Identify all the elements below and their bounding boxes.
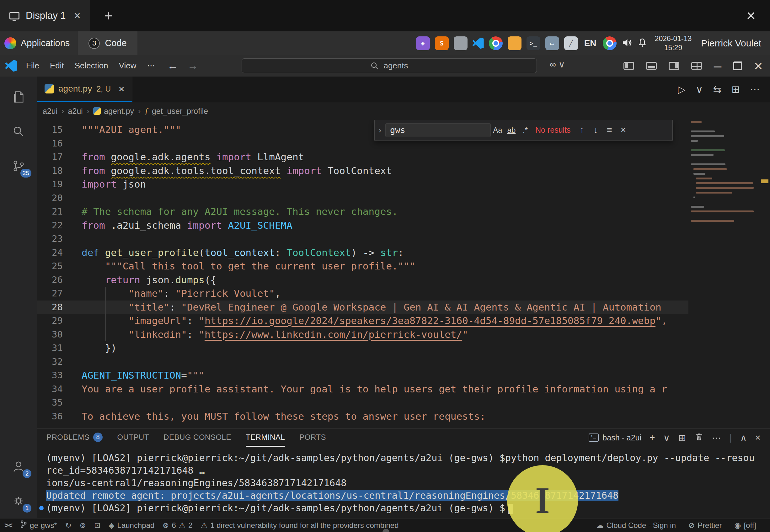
find-input[interactable]: gws [385,123,491,137]
notifications-bell-icon[interactable] [637,38,647,49]
split-editor-icon[interactable]: ⊞ [731,83,740,95]
new-terminal-icon[interactable]: + [650,432,655,443]
find-in-selection-button[interactable]: ≡ [603,123,617,137]
code-line[interactable]: 26 return json.dumps({ [37,273,688,287]
vulnerability-status[interactable]: ⚠1 direct vulnerability found for all th… [201,521,399,530]
toggle-panel-icon[interactable] [646,62,657,70]
activity-search[interactable] [0,114,37,149]
customize-layout-icon[interactable] [691,62,702,70]
code-line[interactable]: 30 "linkedin": "https://www.linkedin.com… [37,328,688,342]
browser-profile-icon[interactable] [603,36,617,50]
close-find-button[interactable]: × [617,123,630,137]
code-line[interactable]: 27 "name": "Pierrick Voulet", [37,287,688,301]
code-line[interactable]: 24def get_user_profile(tool_context: Too… [37,246,688,260]
open-changes-icon[interactable]: ⇆ [713,83,721,95]
go-forward-button[interactable]: → [188,60,198,72]
run-dropdown-icon[interactable]: ∨ [696,83,703,95]
editor-tab-agent-py[interactable]: agent.py 2, U × [37,77,132,102]
panel-more-actions-icon[interactable]: ⋯ [712,432,721,443]
panel-tab-problems[interactable]: PROBLEMS8 [46,428,103,447]
run-python-file-button[interactable]: ▷ [678,83,686,95]
kill-terminal-icon[interactable] [694,432,704,444]
previous-match-button[interactable]: ↑ [575,123,589,137]
panel-tab-terminal[interactable]: TERMINAL [246,428,285,447]
close-tab-icon[interactable]: × [118,83,125,95]
code-line[interactable]: 20 [37,191,688,205]
panel-tab-debug-console[interactable]: DEBUG CONSOLE [163,428,231,447]
code-line[interactable]: 35 [37,396,688,410]
toggle-secondary-sidebar-icon[interactable] [669,62,679,70]
command-decoration-dot[interactable] [39,506,44,510]
editor-more-actions-icon[interactable]: ⋯ [750,83,760,95]
terminal-app-icon[interactable]: >_ [527,36,540,50]
code-line[interactable]: 22from .a2ui_schema import A2UI_SCHEMA [37,219,688,232]
restore-window-button[interactable] [733,61,742,70]
activity-source-control[interactable]: 25 [0,149,37,183]
git-branch-status[interactable]: ge-gws* [20,520,57,530]
toggle-replace-icon[interactable]: › [375,120,385,140]
screencast-status[interactable]: ◉[off] [734,521,756,530]
minimap[interactable] [688,120,759,428]
stylus-app-icon[interactable]: ╱ [564,36,578,50]
user-menu[interactable]: Pierrick Voulet [701,38,761,49]
cloud-code-signin[interactable]: ☁Cloud Code - Sign in [596,521,676,530]
sync-status[interactable]: ↻ [65,521,72,530]
remote-indicator[interactable]: >< [4,521,12,530]
copilot-menu[interactable]: ∞ ∨ [550,59,565,70]
code-line[interactable]: 21# The schema for any A2UI message. Thi… [37,205,688,219]
window-button-code[interactable]: 3 Code [78,31,137,55]
clock[interactable]: 2026-01-13 15:29 [655,34,692,52]
close-panel-icon[interactable]: × [755,432,761,443]
code-line[interactable]: 32 [37,355,688,369]
minikube-status[interactable]: ⊡ [94,521,100,530]
maximize-panel-icon[interactable]: ∧ [740,432,747,443]
code-line[interactable]: 17from google.adk.agents import LlmAgent [37,150,688,164]
activity-settings[interactable]: 1 [0,484,37,518]
breadcrumb-item-agent-py[interactable]: agent.py [93,107,134,116]
terminal-content[interactable]: (myenv) [LOAS2] pierrick@pierrick:~/git/… [37,447,770,518]
code-line[interactable]: 28 "title": "DevRel Engineer @ Google Wo… [37,301,688,314]
terminal-dropdown-icon[interactable]: ∨ [663,432,670,443]
terminal-session-item[interactable]: bash - a2ui [589,433,641,442]
panel-tab-ports[interactable]: PORTS [299,428,326,447]
code-line[interactable]: 33AGENT_INSTRUCTION=""" [37,369,688,382]
overview-ruler[interactable] [759,120,770,428]
chrome-icon[interactable] [489,36,503,50]
go-back-button[interactable]: ← [168,60,178,72]
menu-edit[interactable]: Edit [45,55,69,77]
vscode-icon[interactable] [473,38,484,49]
launchpad-status[interactable]: ◈Launchpad [109,521,154,530]
close-display-tab-icon[interactable]: × [74,9,81,22]
command-center-search[interactable]: agents [242,58,537,73]
menu-file[interactable]: File [21,55,45,77]
whole-word-button[interactable]: ab [505,123,518,137]
code-area[interactable]: 15"""A2UI agent."""1617from google.adk.a… [37,123,688,423]
prettier-status[interactable]: ⊘Prettier [688,521,722,530]
breadcrumb-item-get-user-profile[interactable]: ƒget_user_profile [144,106,208,116]
menu-selection[interactable]: Selection [69,55,114,77]
match-case-button[interactable]: Aa [491,123,505,137]
code-editor[interactable]: 15"""A2UI agent."""1617from google.adk.a… [37,120,770,428]
activity-accounts[interactable]: 2 [0,449,37,484]
menu-more[interactable]: ⋯ [142,61,161,71]
code-line[interactable]: 18from google.adk.tools.tool_context imp… [37,164,688,178]
app-icon-grey[interactable] [454,36,468,50]
toggle-primary-sidebar-icon[interactable] [623,62,634,70]
minimize-window-button[interactable]: – [714,63,721,69]
activity-explorer[interactable] [0,80,37,114]
display-tab[interactable]: Display 1 × [0,0,90,31]
app-icon-purple[interactable]: ◈ [416,36,430,50]
breadcrumb-item-a2ui[interactable]: a2ui [68,107,83,116]
files-app-icon[interactable] [508,36,521,50]
code-line[interactable]: 19import json [37,178,688,191]
next-match-button[interactable]: ↓ [589,123,603,137]
code-line[interactable]: 31 }) [37,341,688,355]
display-app-icon[interactable]: ▭ [545,36,559,50]
breadcrumb-item-a2ui[interactable]: a2ui [43,107,57,116]
cloud-run-status[interactable]: ⊚ [80,521,86,530]
app-icon-orange[interactable]: S [435,36,449,50]
code-line[interactable]: 36To achieve this, you MUST follow these… [37,410,688,423]
regex-button[interactable]: .* [518,123,532,137]
code-line[interactable]: 25 """Call this tool to get the current … [37,259,688,273]
keyboard-layout-indicator[interactable]: EN [584,38,596,48]
